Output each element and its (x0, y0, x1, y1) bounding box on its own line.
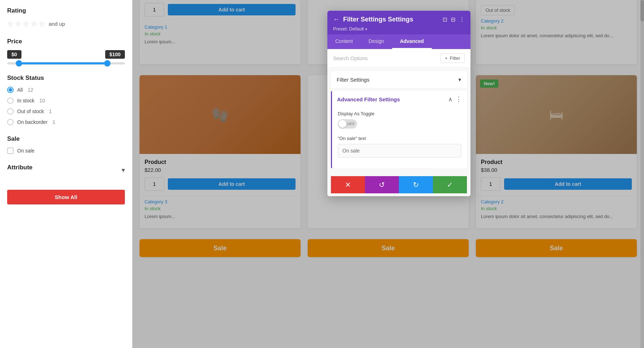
filter-settings-title: Filter Settings (337, 77, 370, 83)
stock-option-instock[interactable]: In stock 10 (7, 97, 125, 104)
star-5[interactable]: ☆ (39, 19, 45, 28)
and-up-label: and up (49, 21, 65, 27)
tab-design[interactable]: Design (361, 34, 392, 49)
advanced-filter-chevron-icon[interactable]: ∧ (448, 96, 453, 103)
advanced-filter-actions: ∧ ⋮ (448, 95, 462, 103)
reset-button[interactable]: ↺ (365, 176, 399, 193)
modal-header-actions: ⊡ ⊟ ⋮ (443, 16, 465, 23)
filter-add-button[interactable]: + Filter (440, 53, 465, 63)
star-4[interactable]: ☆ (31, 19, 37, 28)
on-sale-label: On sale (17, 148, 34, 154)
radio-outofstock[interactable] (7, 108, 14, 115)
preset-text: Preset: Default (333, 26, 364, 32)
advanced-filter-dots-icon[interactable]: ⋮ (455, 95, 462, 103)
filter-modal: ← Filter Settings Settings ⊡ ⊟ ⋮ Preset:… (327, 11, 470, 196)
back-icon[interactable]: ← (333, 16, 340, 23)
modal-preset[interactable]: Preset: Default ▾ (333, 26, 465, 34)
stock-count-instock: 10 (39, 98, 45, 103)
advanced-filter-header: Advanced Filter Settings ∧ ⋮ (332, 91, 467, 107)
modal-columns-icon[interactable]: ⊟ (451, 16, 455, 23)
toggle-wrap: OFF (338, 119, 461, 129)
attribute-section: Attribute ▾ (7, 164, 125, 176)
modal-header: ← Filter Settings Settings ⊡ ⊟ ⋮ Preset:… (327, 11, 470, 34)
rating-stars[interactable]: ☆ ☆ ☆ ☆ ☆ and up (7, 19, 125, 28)
filter-settings-chevron-icon[interactable]: ▾ (458, 76, 461, 83)
advanced-filter-section: Advanced Filter Settings ∧ ⋮ Display As … (331, 91, 467, 168)
modal-screen-icon[interactable]: ⊡ (443, 16, 447, 23)
display-toggle[interactable]: OFF (338, 119, 357, 129)
filter-settings-header[interactable]: Filter Settings ▾ (331, 71, 467, 88)
modal-body: Search Options + Filter Filter Settings … (327, 49, 470, 196)
tab-advanced[interactable]: Advanced (392, 34, 432, 49)
display-toggle-label: Display As Toggle (338, 111, 461, 116)
price-labels: $0 $100 (7, 50, 125, 59)
modal-tabs: Content Design Advanced (327, 34, 470, 49)
rating-title: Rating (7, 7, 125, 14)
range-track[interactable] (7, 62, 125, 64)
on-sale-text-input[interactable] (338, 144, 461, 158)
plus-icon: + (445, 55, 448, 61)
app-layout: Rating ☆ ☆ ☆ ☆ ☆ and up Price $0 $100 (0, 0, 644, 348)
on-sale-text-row: "On sale" text (332, 132, 467, 161)
on-sale-row[interactable]: On sale (7, 148, 125, 154)
redo-button[interactable]: ↻ (399, 176, 433, 193)
show-all-button[interactable]: Show All (7, 190, 125, 204)
stock-option-all[interactable]: All 12 (7, 87, 125, 93)
stock-count-outofstock: 1 (49, 108, 52, 114)
modal-title: Filter Settings Settings (343, 16, 413, 23)
radio-backorder[interactable] (7, 119, 14, 125)
stock-option-backorder[interactable]: On backorder 1 (7, 119, 125, 125)
main-content: Add to cart Category 1 In stock Lorem ip… (132, 0, 644, 348)
range-thumb-left[interactable] (16, 60, 22, 67)
stock-label-all: All (17, 87, 23, 93)
stock-label-instock: In stock (17, 98, 34, 103)
display-toggle-row: Display As Toggle OFF (332, 107, 467, 132)
stock-count-backorder: 1 (53, 119, 55, 125)
price-range: $0 $100 (7, 50, 125, 64)
star-3[interactable]: ☆ (23, 19, 29, 28)
rating-section: Rating ☆ ☆ ☆ ☆ ☆ and up (7, 7, 125, 28)
price-min: $0 (7, 50, 21, 59)
on-sale-text-label: "On sale" text (338, 136, 461, 141)
attribute-chevron-icon[interactable]: ▾ (122, 166, 125, 174)
search-options-bar: Search Options + Filter (327, 49, 470, 68)
radio-all[interactable] (7, 87, 14, 93)
on-sale-checkbox[interactable] (7, 148, 14, 154)
stock-count-all: 12 (28, 87, 34, 93)
radio-inner-all (9, 88, 12, 92)
modal-header-top: ← Filter Settings Settings ⊡ ⊟ ⋮ (333, 16, 465, 23)
toggle-knob (338, 120, 346, 128)
price-section: Price $0 $100 (7, 38, 125, 64)
sale-title: Sale (7, 135, 125, 142)
range-thumb-right[interactable] (104, 60, 111, 67)
stock-title: Stock Status (7, 74, 125, 82)
price-max: $100 (105, 50, 125, 59)
confirm-button[interactable]: ✓ (433, 176, 467, 193)
radio-instock[interactable] (7, 97, 14, 104)
tab-content[interactable]: Content (327, 34, 361, 49)
price-title: Price (7, 38, 125, 45)
range-fill (19, 62, 107, 64)
modal-header-left: ← Filter Settings Settings (333, 16, 413, 23)
stock-section: Stock Status All 12 In stock 10 Out of s… (7, 74, 125, 125)
stock-label-backorder: On backorder (17, 119, 48, 125)
modal-bottom-bar: ✕ ↺ ↻ ✓ (327, 173, 470, 196)
attribute-header[interactable]: Attribute ▾ (7, 164, 125, 176)
stock-options: All 12 In stock 10 Out of stock 1 On bac… (7, 87, 125, 125)
preset-arrow-icon[interactable]: ▾ (365, 27, 367, 31)
cancel-button[interactable]: ✕ (331, 176, 365, 193)
modal-overlay[interactable]: ← Filter Settings Settings ⊡ ⊟ ⋮ Preset:… (132, 0, 644, 348)
filter-btn-label: Filter (450, 55, 460, 61)
toggle-off-label: OFF (347, 122, 355, 126)
sidebar: Rating ☆ ☆ ☆ ☆ ☆ and up Price $0 $100 (0, 0, 132, 348)
star-1[interactable]: ☆ (7, 19, 14, 28)
advanced-filter-title: Advanced Filter Settings (337, 96, 400, 102)
filter-settings-section: Filter Settings ▾ (331, 71, 467, 88)
search-options-placeholder[interactable]: Search Options (333, 55, 368, 61)
sale-section: Sale On sale (7, 135, 125, 154)
stock-label-outofstock: Out of stock (17, 108, 44, 114)
attribute-title: Attribute (7, 164, 33, 171)
star-2[interactable]: ☆ (15, 19, 21, 28)
modal-more-icon[interactable]: ⋮ (459, 16, 465, 23)
stock-option-outofstock[interactable]: Out of stock 1 (7, 108, 125, 115)
